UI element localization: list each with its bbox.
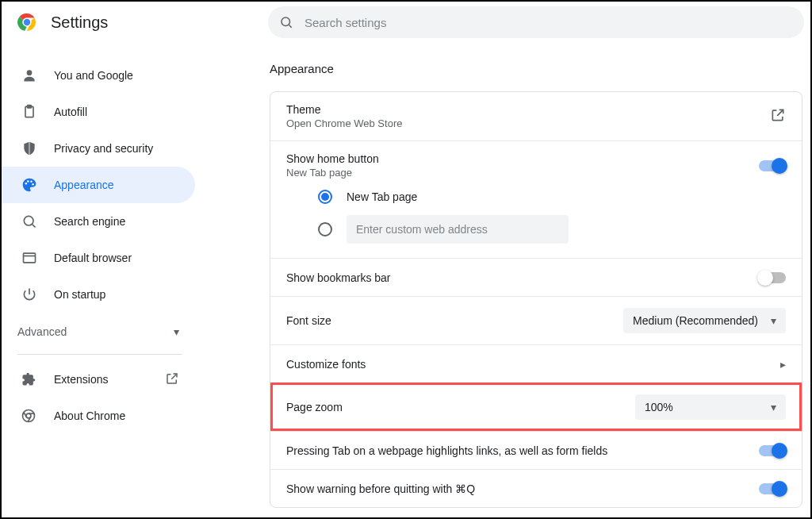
- search-icon: [279, 15, 293, 29]
- bookmarks-bar-label: Show bookmarks bar: [286, 271, 391, 284]
- extensions-label: Extensions: [54, 373, 108, 386]
- page-zoom-value: 100%: [645, 401, 673, 413]
- row-home-button: Show home button New Tab page: [270, 140, 802, 190]
- chevron-down-icon: ▾: [771, 401, 776, 413]
- row-bookmarks-bar: Show bookmarks bar: [270, 258, 802, 296]
- svg-point-9: [27, 180, 29, 183]
- advanced-label: Advanced: [17, 325, 67, 338]
- search-input[interactable]: [304, 16, 793, 29]
- svg-line-4: [289, 25, 291, 27]
- warn-quit-toggle[interactable]: [759, 483, 786, 494]
- svg-point-11: [32, 183, 34, 186]
- sidebar-item-label: Search engine: [54, 215, 125, 228]
- external-link-icon: [165, 371, 179, 388]
- page-title: Settings: [51, 13, 108, 32]
- sidebar-item-label: On startup: [54, 288, 105, 301]
- svg-rect-7: [28, 106, 32, 108]
- chevron-down-icon: ▾: [174, 325, 179, 338]
- sidebar-item-extensions[interactable]: Extensions: [2, 361, 198, 398]
- custom-url-input[interactable]: [347, 215, 569, 244]
- svg-point-3: [282, 17, 290, 26]
- home-button-title: Show home button: [286, 152, 379, 165]
- sidebar-item-autofill[interactable]: Autofill: [2, 94, 195, 130]
- warn-quit-label: Show warning before quitting with ⌘Q: [286, 482, 475, 495]
- svg-point-2: [24, 19, 30, 25]
- external-link-icon[interactable]: [770, 107, 786, 125]
- svg-point-5: [27, 70, 33, 75]
- sidebar-item-you-and-google[interactable]: You and Google: [2, 57, 195, 94]
- sidebar-item-label: You and Google: [54, 69, 133, 82]
- appearance-card: Theme Open Chrome Web Store Show home bu…: [270, 91, 802, 508]
- row-warn-quit: Show warning before quitting with ⌘Q: [270, 469, 802, 507]
- tab-highlight-toggle[interactable]: [759, 445, 786, 456]
- browser-icon: [21, 249, 38, 267]
- svg-rect-14: [24, 253, 36, 263]
- person-icon: [21, 67, 38, 84]
- bookmarks-bar-toggle[interactable]: [759, 272, 786, 283]
- theme-sub: Open Chrome Web Store: [286, 117, 402, 129]
- shield-icon: [21, 140, 38, 157]
- page-zoom-select[interactable]: 100% ▾: [635, 394, 786, 420]
- home-button-sub: New Tab page: [286, 167, 379, 179]
- radio-new-tab[interactable]: [318, 190, 332, 204]
- sidebar-item-default-browser[interactable]: Default browser: [2, 240, 195, 276]
- home-button-toggle[interactable]: [759, 160, 786, 171]
- palette-icon: [21, 176, 38, 194]
- sidebar-item-label: Default browser: [54, 252, 132, 264]
- sidebar-advanced[interactable]: Advanced ▾: [2, 313, 198, 351]
- about-label: About Chrome: [54, 409, 125, 422]
- svg-point-12: [24, 216, 33, 225]
- radio-new-tab-label: New Tab page: [347, 190, 417, 203]
- search-bar[interactable]: [268, 6, 804, 38]
- search-icon: [21, 213, 38, 230]
- sidebar-item-label: Autofill: [54, 106, 87, 118]
- main-content: Appearance Theme Open Chrome Web Store S…: [198, 2, 810, 517]
- font-size-label: Font size: [286, 314, 331, 327]
- row-page-zoom: Page zoom 100% ▾: [270, 383, 802, 431]
- sidebar-divider: [17, 354, 182, 355]
- clipboard-icon: [21, 103, 38, 121]
- row-customize-fonts[interactable]: Customize fonts ▸: [270, 344, 802, 383]
- row-theme[interactable]: Theme Open Chrome Web Store: [270, 92, 802, 140]
- chevron-down-icon: ▾: [771, 314, 776, 327]
- svg-point-8: [25, 183, 27, 185]
- section-title: Appearance: [270, 62, 802, 75]
- radio-custom-url[interactable]: [318, 222, 332, 236]
- sidebar-item-appearance[interactable]: Appearance: [2, 167, 195, 203]
- sidebar-item-label: Appearance: [54, 179, 114, 191]
- chrome-outline-icon: [21, 408, 38, 424]
- sidebar-item-on-startup[interactable]: On startup: [2, 276, 195, 313]
- page-zoom-label: Page zoom: [286, 401, 343, 413]
- font-size-value: Medium (Recommended): [633, 314, 758, 327]
- chevron-right-icon: ▸: [780, 358, 786, 371]
- power-icon: [21, 286, 38, 303]
- home-button-options: New Tab page: [270, 190, 802, 258]
- sidebar-item-search-engine[interactable]: Search engine: [2, 203, 195, 240]
- row-tab-highlight: Pressing Tab on a webpage highlights lin…: [270, 431, 802, 469]
- row-font-size: Font size Medium (Recommended) ▾: [270, 296, 802, 344]
- theme-title: Theme: [286, 103, 402, 116]
- font-size-select[interactable]: Medium (Recommended) ▾: [623, 308, 786, 333]
- svg-point-10: [30, 181, 33, 183]
- customize-fonts-label: Customize fonts: [286, 358, 366, 371]
- sidebar-item-privacy[interactable]: Privacy and security: [2, 130, 195, 167]
- svg-line-13: [33, 225, 36, 228]
- sidebar: You and Google Autofill Privacy and secu…: [2, 2, 198, 517]
- puzzle-icon: [21, 371, 38, 387]
- sidebar-item-about[interactable]: About Chrome: [2, 398, 198, 434]
- tab-highlight-label: Pressing Tab on a webpage highlights lin…: [286, 444, 607, 457]
- sidebar-item-label: Privacy and security: [54, 142, 153, 155]
- chrome-logo-icon: [17, 13, 36, 32]
